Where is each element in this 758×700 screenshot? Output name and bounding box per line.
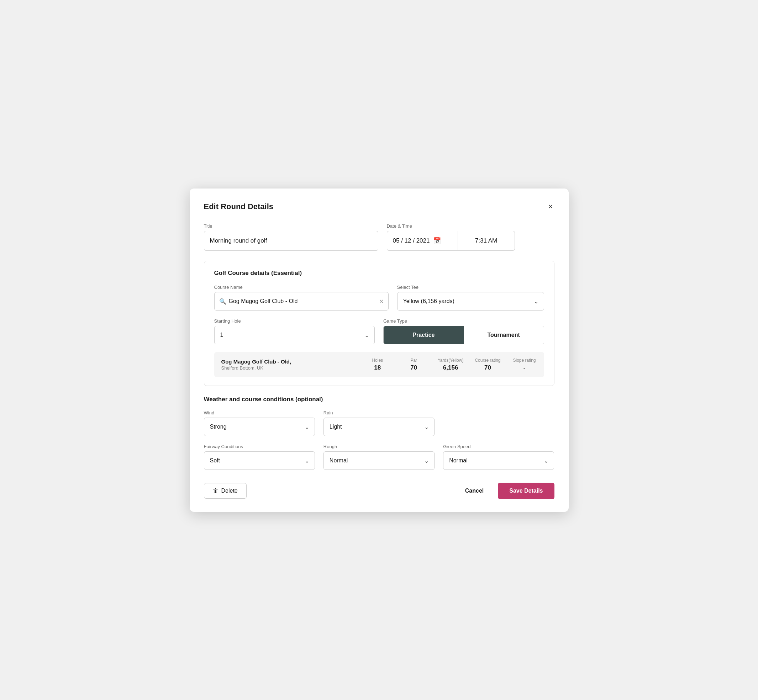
time-value: 7:31 AM	[475, 237, 497, 244]
course-rating-label: Course rating	[475, 358, 500, 363]
holes-value: 18	[374, 364, 381, 371]
rough-label: Rough	[324, 444, 434, 449]
select-tee-dropdown[interactable]: Yellow (6,156 yards)	[397, 292, 544, 311]
par-value: 70	[410, 364, 417, 371]
rough-select-wrap: Short Normal Long ⌄	[324, 452, 434, 470]
time-field[interactable]: 7:31 AM	[458, 231, 515, 251]
tournament-button[interactable]: Tournament	[464, 326, 544, 344]
close-button[interactable]: ×	[547, 201, 554, 212]
holes-stat: Holes 18	[365, 358, 390, 371]
holes-label: Holes	[372, 358, 383, 363]
clear-course-icon[interactable]: ✕	[379, 298, 384, 305]
rain-dropdown[interactable]: None Light Moderate Heavy	[324, 417, 434, 436]
par-label: Par	[410, 358, 417, 363]
cancel-button[interactable]: Cancel	[459, 483, 489, 498]
starting-hole-dropdown[interactable]: 1	[214, 326, 375, 344]
search-icon: 🔍	[219, 298, 226, 305]
datetime-field-group: Date & Time 05 / 12 / 2021 📅 7:31 AM	[387, 223, 554, 251]
wind-rain-row: Wind None Light Moderate Strong ⌄ Rain N…	[204, 410, 554, 436]
title-datetime-row: Title Date & Time 05 / 12 / 2021 📅 7:31 …	[204, 223, 554, 251]
fairway-label: Fairway Conditions	[204, 444, 315, 449]
course-name-field-group: Course Name 🔍 ✕	[214, 284, 388, 311]
date-value: 05 / 12 / 2021	[393, 237, 430, 244]
par-stat: Par 70	[401, 358, 426, 371]
delete-button[interactable]: 🗑 Delete	[204, 483, 247, 499]
fairway-dropdown[interactable]: Firm Soft Normal	[204, 452, 315, 470]
edit-round-modal: Edit Round Details × Title Date & Time 0…	[190, 189, 568, 512]
green-speed-label: Green Speed	[443, 444, 554, 449]
golf-course-title: Golf Course details (Essential)	[214, 270, 544, 277]
date-field[interactable]: 05 / 12 / 2021 📅	[387, 231, 458, 251]
rain-field-group: Rain None Light Moderate Heavy ⌄	[324, 410, 434, 436]
course-tee-row: Course Name 🔍 ✕ Select Tee Yellow (6,156…	[214, 284, 544, 311]
course-info-name-location: Gog Magog Golf Club - Old, Shelford Bott…	[221, 359, 354, 370]
modal-header: Edit Round Details ×	[204, 201, 554, 212]
yards-label: Yards(Yellow)	[438, 358, 464, 363]
game-type-label: Game Type	[383, 318, 544, 324]
delete-label: Delete	[221, 488, 238, 494]
trash-icon: 🗑	[213, 488, 219, 494]
date-time-group: 05 / 12 / 2021 📅 7:31 AM	[387, 231, 554, 251]
datetime-label: Date & Time	[387, 223, 554, 229]
wind-select-wrap: None Light Moderate Strong ⌄	[204, 417, 315, 436]
select-tee-wrap: Yellow (6,156 yards) ⌄	[397, 292, 544, 311]
wind-field-group: Wind None Light Moderate Strong ⌄	[204, 410, 315, 436]
wind-dropdown[interactable]: None Light Moderate Strong	[204, 417, 315, 436]
slope-rating-stat: Slope rating -	[512, 358, 537, 371]
fairway-field-group: Fairway Conditions Firm Soft Normal ⌄	[204, 444, 315, 470]
calendar-icon: 📅	[433, 237, 441, 245]
rain-select-wrap: None Light Moderate Heavy ⌄	[324, 417, 434, 436]
rough-dropdown[interactable]: Short Normal Long	[324, 452, 434, 470]
hole-gametype-row: Starting Hole 1 ⌄ Game Type Practice Tou…	[214, 318, 544, 344]
starting-hole-label: Starting Hole	[214, 318, 375, 324]
course-rating-stat: Course rating 70	[475, 358, 500, 371]
yards-stat: Yards(Yellow) 6,156	[438, 358, 464, 371]
course-info-row: Gog Magog Golf Club - Old, Shelford Bott…	[214, 352, 544, 377]
rough-field-group: Rough Short Normal Long ⌄	[324, 444, 434, 470]
green-speed-field-group: Green Speed Slow Normal Fast ⌄	[443, 444, 554, 470]
title-input[interactable]	[204, 231, 378, 251]
golf-course-section: Golf Course details (Essential) Course N…	[204, 261, 554, 386]
fairway-select-wrap: Firm Soft Normal ⌄	[204, 452, 315, 470]
yards-value: 6,156	[443, 364, 458, 371]
starting-hole-field-group: Starting Hole 1 ⌄	[214, 318, 375, 344]
course-rating-value: 70	[484, 364, 491, 371]
select-tee-label: Select Tee	[397, 284, 544, 290]
game-type-toggle: Practice Tournament	[383, 326, 544, 344]
weather-section-title: Weather and course conditions (optional)	[204, 396, 554, 403]
select-tee-field-group: Select Tee Yellow (6,156 yards) ⌄	[397, 284, 544, 311]
starting-hole-wrap: 1 ⌄	[214, 326, 375, 344]
weather-section: Weather and course conditions (optional)…	[204, 396, 554, 470]
practice-button[interactable]: Practice	[384, 326, 464, 344]
wind-label: Wind	[204, 410, 315, 416]
modal-footer: 🗑 Delete Cancel Save Details	[204, 480, 554, 499]
footer-right: Cancel Save Details	[459, 483, 554, 499]
slope-rating-value: -	[523, 364, 526, 371]
course-name-input-wrap: 🔍 ✕	[214, 292, 388, 311]
fairway-rough-green-row: Fairway Conditions Firm Soft Normal ⌄ Ro…	[204, 444, 554, 470]
course-name-label: Course Name	[214, 284, 388, 290]
title-field-group: Title	[204, 223, 378, 251]
rain-label: Rain	[324, 410, 434, 416]
slope-rating-label: Slope rating	[513, 358, 536, 363]
modal-title: Edit Round Details	[204, 202, 274, 211]
course-info-name: Gog Magog Golf Club - Old,	[221, 359, 354, 364]
green-speed-dropdown[interactable]: Slow Normal Fast	[443, 452, 554, 470]
green-speed-select-wrap: Slow Normal Fast ⌄	[443, 452, 554, 470]
course-info-location: Shelford Bottom, UK	[221, 365, 354, 370]
title-label: Title	[204, 223, 378, 229]
game-type-field-group: Game Type Practice Tournament	[383, 318, 544, 344]
course-name-input[interactable]	[214, 292, 388, 311]
save-button[interactable]: Save Details	[498, 483, 554, 499]
